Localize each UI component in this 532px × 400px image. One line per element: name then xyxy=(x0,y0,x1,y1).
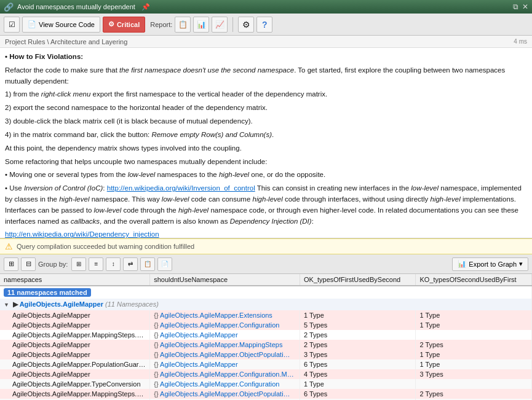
grid-view-btn[interactable]: ⊞ xyxy=(4,257,18,271)
report-label: Report: xyxy=(150,21,172,28)
di-link[interactable]: http://en.wikipedia.org/wiki/Dependency_… xyxy=(5,230,159,238)
help-icon[interactable]: ? xyxy=(256,17,272,33)
step-1: 1) from the right-click menu export the … xyxy=(5,89,527,100)
group-name: AgileObjects.AgileMapper xyxy=(20,300,103,308)
tree-view-btn[interactable]: ⊟ xyxy=(21,257,36,271)
app-icon: 🔗 xyxy=(4,2,14,12)
table-row[interactable]: AgileObjects.AgileMapper{} AgileObjects.… xyxy=(0,350,532,359)
cell-brace: {} AgileObjects.AgileMapper.ObjectPopula… xyxy=(150,350,300,359)
group-btn-2[interactable]: ≡ xyxy=(89,257,103,271)
results-toolbar: ⊞ ⊟ Group by: ⊞ ≡ ↕ ⇄ 📋 📄 📊 Export to Gr… xyxy=(0,254,532,274)
cell-ok: 3 Types xyxy=(300,350,416,359)
match-badge: 11 namespaces matched xyxy=(4,288,91,297)
step-6: Some refactoring that helps uncouple two… xyxy=(5,157,527,168)
settings-icon[interactable]: ⚙ xyxy=(238,17,254,33)
table-row[interactable]: AgileObjects.AgileMapper{} AgileObjects.… xyxy=(0,310,532,320)
pin-icon[interactable]: 📌 xyxy=(141,3,150,11)
table-row[interactable]: AgileObjects.AgileMapper.TypeConversion{… xyxy=(0,379,532,389)
table-body: 11 namespaces matched ▼ ▶ AgileObjects.A… xyxy=(0,286,532,400)
cell-ns1: AgileObjects.AgileMapper.PopulationGuard… xyxy=(0,359,150,369)
groupby-label: Group by: xyxy=(38,261,68,268)
cell-brace: {} AgileObjects.AgileMapper.Configuratio… xyxy=(150,379,300,389)
cell-ns1: AgileObjects.AgileMapper xyxy=(0,350,150,359)
col-shouldnt: shouldntUseNamespace xyxy=(150,274,300,286)
cell-ok: 2 Types xyxy=(300,330,416,340)
intro-para: Refactor the code to make sure that the … xyxy=(5,65,527,87)
bullet-2: • Use Inversion of Control (IoC): http:/… xyxy=(5,183,527,227)
dropdown-chevron-icon: ▾ xyxy=(519,260,523,268)
table-row[interactable]: AgileObjects.AgileMapper{} AgileObjects.… xyxy=(0,340,532,350)
critical-button[interactable]: ⚙ Critical xyxy=(103,17,145,33)
group-btn-3[interactable]: ↕ xyxy=(106,257,121,271)
cell-ko: 1 Type xyxy=(416,310,532,320)
cell-ok: 4 Types xyxy=(300,369,416,379)
close-icon[interactable]: ✕ xyxy=(522,2,528,11)
group-row[interactable]: ▼ ▶ AgileObjects.AgileMapper (11 Namespa… xyxy=(0,299,532,310)
cell-ko: 1 Type xyxy=(416,320,532,330)
export-label: Export to Graph xyxy=(469,261,517,268)
breadcrumb-text: Project Rules \ Architecture and Layerin… xyxy=(5,38,127,45)
report-icon-2[interactable]: 📊 xyxy=(193,17,209,33)
col-namespaces: namespaces xyxy=(0,274,150,286)
bullet-1: • Moving one or several types from the l… xyxy=(5,170,527,181)
table-row[interactable]: AgileObjects.AgileMapper.MappingSteps.Co… xyxy=(0,389,532,399)
window-title: Avoid namespaces mutually dependent xyxy=(17,3,135,10)
step-3: 3) double-click the black matrix cell (i… xyxy=(5,116,527,127)
breadcrumb: Project Rules \ Architecture and Layerin… xyxy=(0,36,532,48)
cell-ko xyxy=(416,379,532,389)
export-icon: 📊 xyxy=(458,260,466,268)
group-btn-1[interactable]: ⊞ xyxy=(71,257,86,271)
title-bar-controls: ⧉ ✕ xyxy=(513,2,528,11)
cell-ns1: AgileObjects.AgileMapper xyxy=(0,340,150,350)
ioc-link[interactable]: http://en.wikipedia.org/wiki/Inversion_o… xyxy=(107,184,255,192)
title-bar: 🔗 Avoid namespaces mutually dependent 📌 … xyxy=(0,0,532,14)
cell-brace: {} AgileObjects.AgileMapper.Extensions xyxy=(150,310,300,320)
match-count-row: 11 namespaces matched xyxy=(0,286,532,299)
col-ko: KO_typesOfSecondUsedByFirst xyxy=(416,274,532,286)
checkbox-icon[interactable]: ☑ xyxy=(4,17,20,33)
content-area: • How to Fix Violations: Refactor the co… xyxy=(0,48,532,238)
group-btn-5[interactable]: 📋 xyxy=(140,257,155,271)
group-btn-4[interactable]: ⇄ xyxy=(123,257,138,271)
cell-ko: 1 Type xyxy=(416,359,532,369)
group-btn-6[interactable]: 📄 xyxy=(157,257,172,271)
how-to-fix-heading: • How to Fix Violations: xyxy=(5,52,527,63)
cell-ok: 1 Type xyxy=(300,379,416,389)
cell-ok: 2 Types xyxy=(300,340,416,350)
cell-ns1: AgileObjects.AgileMapper.MappingSteps.Co… xyxy=(0,330,150,340)
main-toolbar: ☑ 📄 View Source Code ⚙ Critical Report: … xyxy=(0,14,532,36)
table-row[interactable]: AgileObjects.AgileMapper.PopulationGuard… xyxy=(0,359,532,369)
cell-ns1: AgileObjects.AgileMapper.TypeConversion xyxy=(0,379,150,389)
table-row[interactable]: AgileObjects.AgileMapper.MappingSteps.Co… xyxy=(0,330,532,340)
cell-ok: 6 Types xyxy=(300,359,416,369)
table-header: namespaces shouldntUseNamespace OK_types… xyxy=(0,274,532,286)
cell-ko: 2 Types xyxy=(416,340,532,350)
table-row[interactable]: AgileObjects.AgileMapper{} AgileObjects.… xyxy=(0,369,532,379)
di-link-para: http://en.wikipedia.org/wiki/Dependency_… xyxy=(5,229,527,238)
warning-bar: ⚠ Query compilation succeeded but warnin… xyxy=(0,238,532,254)
cell-ko: 1 Type xyxy=(416,350,532,359)
gear-small-icon: ⚙ xyxy=(108,20,114,28)
report-icon-3[interactable]: 📈 xyxy=(212,17,228,33)
results-table: namespaces shouldntUseNamespace OK_types… xyxy=(0,274,532,400)
step-4: 4) in the matrix command bar, click the … xyxy=(5,130,527,141)
table-row[interactable]: AgileObjects.AgileMapper{} AgileObjects.… xyxy=(0,320,532,330)
execution-time: 4 ms xyxy=(514,38,527,45)
restore-icon[interactable]: ⧉ xyxy=(513,2,518,11)
warning-text: Query compilation succeeded but warning … xyxy=(17,243,194,250)
cell-ns1: AgileObjects.AgileMapper xyxy=(0,320,150,330)
source-icon: 📄 xyxy=(28,20,36,28)
cell-brace: {} AgileObjects.AgileMapper.MappingSteps xyxy=(150,340,300,350)
group-row-arrow: ▶ xyxy=(13,300,20,308)
report-icon-1[interactable]: 📋 xyxy=(175,17,191,33)
cell-ko: 3 Types xyxy=(416,369,532,379)
cell-brace: {} AgileObjects.AgileMapper xyxy=(150,359,300,369)
cell-ko: 2 Types xyxy=(416,389,532,399)
title-bar-left: 🔗 Avoid namespaces mutually dependent 📌 xyxy=(4,2,150,12)
cell-brace: {} AgileObjects.AgileMapper xyxy=(150,330,300,340)
view-source-button[interactable]: 📄 View Source Code xyxy=(22,17,100,33)
cell-brace: {} AgileObjects.AgileMapper.Configuratio… xyxy=(150,369,300,379)
cell-ns1: AgileObjects.AgileMapper xyxy=(0,310,150,320)
export-to-graph-button[interactable]: 📊 Export to Graph ▾ xyxy=(452,257,528,271)
results-table-wrap: namespaces shouldntUseNamespace OK_types… xyxy=(0,274,532,400)
